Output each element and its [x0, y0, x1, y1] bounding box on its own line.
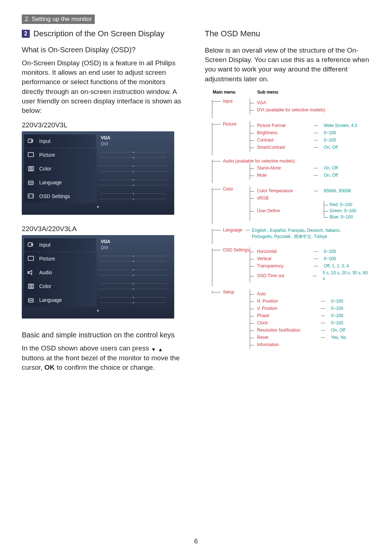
- tree-row: Resolution Notification — On, Off: [252, 327, 370, 334]
- tree-sub-label: Resolution Notification: [252, 327, 319, 333]
- tree-value: Off, 1, 2, 3, 4: [320, 263, 349, 269]
- tree-value: 5 s, 10 s, 20 s, 30 s, 60 s: [319, 270, 370, 282]
- osd-menu-item-left: Language: [24, 176, 97, 189]
- osd-option: VGA: [101, 135, 174, 141]
- tree-line: —: [310, 273, 319, 279]
- chevron-down-icon: ▾: [22, 308, 174, 315]
- tree-line: [212, 160, 212, 183]
- subheading-what-is-osd: What is On-Screen Display (OSD)?: [22, 46, 187, 54]
- tree-picture: Picture Picture Format — Wide Screen, 4:…: [208, 121, 370, 151]
- tree-main-label: Setup: [223, 290, 234, 295]
- tree-line: [212, 229, 212, 244]
- tree-line: [250, 99, 250, 115]
- osd-decorative-lines: ••: [97, 151, 174, 159]
- tree-line: [212, 230, 221, 230]
- picture-icon: [26, 151, 36, 159]
- tree-value: 6500K, 9300K: [320, 188, 351, 194]
- tree-line: [212, 249, 212, 286]
- tree-main-label: Picture: [223, 122, 236, 127]
- osd-decorative-lines: ••: [97, 268, 174, 277]
- tree-value: On, Off: [320, 144, 338, 151]
- osd-menu-item-left: OSD Settings: [24, 189, 97, 203]
- osd-decorative-lines: ••: [97, 296, 174, 304]
- tree-sub-label: Transparency: [252, 263, 311, 269]
- tree-line: [250, 247, 250, 283]
- tree-sub-label: Phase: [252, 313, 319, 319]
- tree-header-main: Main menu: [213, 90, 236, 95]
- tree-line: —: [311, 256, 320, 262]
- tree-line: [212, 161, 221, 161]
- tree-line: [212, 189, 221, 189]
- tree-value: Wide Screen, 4:3: [320, 123, 357, 129]
- tree-row: V. Position — 0~100: [252, 305, 370, 312]
- tree-setup: Setup Auto H. Position — 0~100V. Positio…: [208, 289, 370, 348]
- tree-line: —: [311, 249, 320, 255]
- osd-menu-item: Color••: [22, 279, 174, 293]
- section-heading: 2 Description of the On Screen Display: [22, 29, 187, 38]
- osd-menu-item-label: Picture: [39, 256, 55, 262]
- osd-decorative-lines: ••: [97, 164, 174, 173]
- osd-menu-item-label: Language: [39, 180, 62, 185]
- tree-line: [212, 124, 221, 124]
- tree-sub-label: Vertical: [252, 256, 311, 262]
- osd-menu-item-label: Language: [39, 297, 62, 303]
- tree-main-label: Color: [223, 186, 233, 192]
- tree-audio: Audio (available for selective models) S…: [208, 158, 370, 179]
- tree-line: [212, 188, 212, 224]
- tree-row: Vertical — 0~100: [252, 255, 370, 263]
- osd-menu-item-left: Audio: [24, 266, 97, 279]
- osd-menu-item-left: Picture: [24, 252, 97, 266]
- tree-color: Color Color Temperature — 6500K, 9300K s…: [208, 186, 370, 220]
- tree-value: 0~100: [320, 130, 336, 136]
- tree-line: [212, 250, 221, 250]
- tree-value: Red: 0~100: [322, 202, 356, 208]
- language-icon: [26, 178, 36, 186]
- subheading-basic-instruction: Basic and simple instruction on the cont…: [22, 331, 187, 339]
- down-arrow-icon: ▼: [151, 346, 156, 352]
- up-arrow-icon: ▲: [158, 346, 163, 352]
- osd-menu-item-left: Picture: [24, 148, 97, 162]
- text-fragment: to confirm the choice or change.: [57, 364, 155, 371]
- tree-row: SmartContrast — On, Off: [252, 144, 370, 151]
- osd-decorative-lines: ••: [97, 254, 174, 263]
- osd-menu-item-label: OSD Settings: [39, 193, 70, 199]
- tree-line: —: [311, 123, 320, 129]
- tree-value: 0~100: [320, 249, 336, 255]
- tree-line: —: [319, 313, 327, 319]
- osd-tree: Input VGA DVI (available for selective m…: [208, 98, 370, 348]
- osd-menu-item: Picture••: [22, 252, 174, 266]
- tree-line: —: [319, 335, 327, 341]
- tree-sub-label: Contrast: [252, 137, 311, 143]
- osd-menu-item-label: Input: [39, 242, 50, 248]
- right-heading: The OSD Menu: [205, 29, 370, 38]
- tree-value: Yes, No: [327, 335, 346, 341]
- osd-menu-item-label: Color: [39, 166, 51, 172]
- tree-row: Brightness — 0~100: [252, 129, 370, 136]
- document-page: 2. Setting up the monitor 2 Description …: [0, 0, 392, 554]
- tree-row: Reset — Yes, No: [252, 334, 370, 341]
- tree-header: Main menu Sub menu: [213, 90, 370, 95]
- basic-instruction-paragraph: In the OSD shown above users can press ▼…: [22, 344, 187, 372]
- tree-value: 0~100: [327, 313, 343, 319]
- tree-value: Green: 0~100: [322, 208, 356, 214]
- osd-menu-item: Language••: [22, 176, 174, 189]
- osd-menu-item: Picture••: [22, 148, 174, 162]
- tree-sub-label: User Define: [252, 208, 311, 214]
- tree-header-sub: Sub menu: [257, 90, 278, 95]
- osd-menu-item: Language••: [22, 293, 174, 307]
- tree-line: [250, 186, 250, 221]
- tree-value: On, Off: [320, 172, 338, 178]
- input-icon: [26, 241, 36, 249]
- tree-line: —: [311, 130, 320, 136]
- color-icon: [26, 282, 36, 290]
- tree-sub-label: Color Temperature: [252, 188, 311, 194]
- tree-sub-label: Clock: [252, 320, 319, 326]
- tree-row: sRGB: [252, 194, 370, 202]
- tree-sub-label: Horizontal: [252, 249, 311, 255]
- osd-decorative-lines: ••: [97, 178, 174, 187]
- model-label-a: 220V3/220V3L: [22, 121, 187, 129]
- tree-row: Mute — On, Off: [252, 172, 370, 179]
- audio-icon: [26, 268, 36, 276]
- tree-line: —: [311, 188, 320, 194]
- tree-value: On, Off: [320, 165, 338, 171]
